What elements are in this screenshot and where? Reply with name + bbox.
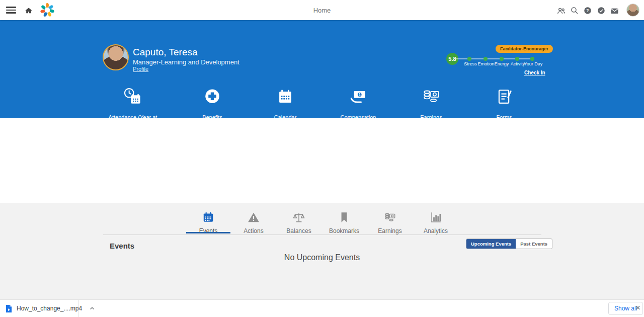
events-filter-toggle: Upcoming Events Past Events xyxy=(466,239,552,249)
svg-text:?: ? xyxy=(586,8,589,13)
check-in-link[interactable]: Check In xyxy=(524,70,545,75)
employee-name: Caputo, Teresa xyxy=(133,47,198,58)
top-navigation-bar: Home ? xyxy=(0,0,644,20)
meter-dot-activity[interactable] xyxy=(515,57,519,61)
tab-events[interactable]: Events xyxy=(186,211,231,234)
mp4-file-icon xyxy=(5,304,13,313)
warning-triangle-icon xyxy=(247,211,260,224)
search-icon[interactable] xyxy=(569,5,580,16)
upcoming-events-button[interactable]: Upcoming Events xyxy=(466,239,516,249)
meter-label: Emotion xyxy=(477,61,494,66)
earnings-icon xyxy=(420,86,442,108)
compensation-icon: 1 xyxy=(347,86,369,108)
help-icon[interactable]: ? xyxy=(582,5,593,16)
svg-text:1: 1 xyxy=(358,93,361,97)
tab-bookmarks[interactable]: Bookmarks xyxy=(321,211,367,234)
meter-label: Your Day xyxy=(524,61,543,66)
quick-link-calendar[interactable]: Calendar xyxy=(253,86,318,121)
tab-label: Balances xyxy=(276,227,321,234)
mail-icon[interactable] xyxy=(609,5,620,16)
user-avatar[interactable] xyxy=(626,4,639,17)
download-file-name: How_to_change_....mp4 xyxy=(17,305,82,312)
employee-home-page: Home ? Caputo, Teresa Manager-Lea xyxy=(0,0,644,317)
tab-actions[interactable]: Actions xyxy=(231,211,276,234)
meter-dot-your-day[interactable] xyxy=(530,57,534,61)
quick-link-compensation[interactable]: 1 Compensation xyxy=(326,86,391,121)
meter-label: Activity xyxy=(511,61,525,66)
tasks-check-icon[interactable] xyxy=(596,5,607,16)
tab-balances[interactable]: Balances xyxy=(276,211,321,234)
events-heading: Events xyxy=(110,242,134,250)
page-title: Home xyxy=(0,7,644,14)
chevron-up-icon[interactable] xyxy=(89,305,95,311)
profile-link[interactable]: Profile xyxy=(133,66,148,72)
tab-divider xyxy=(103,234,541,235)
downloaded-file-item[interactable]: How_to_change_....mp4 xyxy=(0,300,100,317)
meter-dot-energy[interactable] xyxy=(500,57,504,61)
quick-link-forms[interactable]: Forms xyxy=(471,86,537,121)
browser-download-bar: How_to_change_....mp4 Show all × xyxy=(0,299,644,317)
team-detail-section: Events Actions Balances Bookmarks xyxy=(0,203,644,299)
tab-label: Actions xyxy=(231,227,276,234)
my-team-section: My Team View Hierarchy Gianni, Riann Coo… xyxy=(0,118,644,203)
tab-label: Earnings xyxy=(367,227,413,234)
download-bar-divider xyxy=(78,300,79,317)
earnings-coins-icon xyxy=(383,211,396,224)
active-tab-indicator xyxy=(186,232,230,233)
employee-job-title: Manager-Learning and Development xyxy=(133,58,239,66)
tab-earnings[interactable]: Earnings xyxy=(367,211,413,234)
profile-photo xyxy=(103,44,129,70)
personality-badge: Facilitator-Encourager xyxy=(496,45,553,53)
quick-link-benefits[interactable]: Benefits xyxy=(180,86,245,121)
scales-icon xyxy=(292,211,305,224)
calendar-icon xyxy=(274,86,296,108)
benefits-icon xyxy=(201,86,223,108)
no-upcoming-events-message: No Upcoming Events xyxy=(0,253,644,262)
attendance-icon xyxy=(122,86,144,108)
tab-label: Bookmarks xyxy=(321,227,367,234)
events-calendar-icon xyxy=(202,211,215,224)
meter-dot-emotion[interactable] xyxy=(484,57,488,61)
tab-analytics[interactable]: Analytics xyxy=(413,211,458,234)
tab-label: Analytics xyxy=(413,227,458,234)
past-events-button[interactable]: Past Events xyxy=(516,239,552,249)
meter-label: Stress xyxy=(464,61,477,66)
people-icon[interactable] xyxy=(555,5,567,16)
bar-chart-icon xyxy=(429,211,442,224)
quick-link-earnings[interactable]: Earnings xyxy=(398,86,464,121)
profile-banner: Caputo, Teresa Manager-Learning and Deve… xyxy=(0,20,644,118)
bookmark-icon xyxy=(338,211,351,224)
forms-icon xyxy=(493,86,515,108)
meter-label: Energy xyxy=(495,61,509,66)
meter-dot-stress[interactable] xyxy=(467,57,471,61)
close-download-bar-icon[interactable]: × xyxy=(635,303,640,312)
